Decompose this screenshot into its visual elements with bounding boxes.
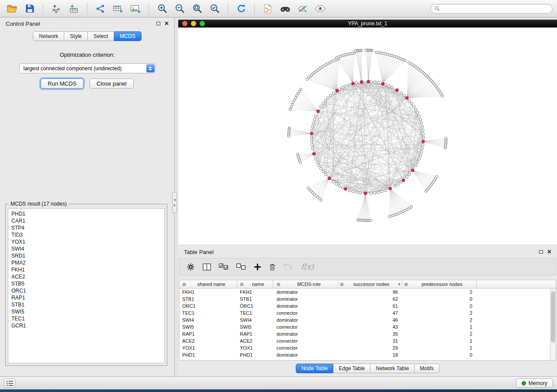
table-cell[interactable]: 1 bbox=[402, 324, 477, 330]
mcds-result-item[interactable]: SRD1 bbox=[11, 252, 161, 259]
search-input[interactable] bbox=[442, 6, 549, 12]
table-cell[interactable]: YOX1 bbox=[180, 345, 237, 351]
export-table-button[interactable] bbox=[110, 2, 126, 15]
table-row[interactable]: ACE2ACE2connector311 bbox=[180, 337, 556, 344]
table-cell[interactable]: 0 bbox=[402, 352, 477, 358]
table-cell[interactable]: RAP1 bbox=[237, 331, 273, 337]
table-cell[interactable]: PHD1 bbox=[180, 352, 237, 358]
table-row[interactable]: YOX1YOX1connector291 bbox=[180, 344, 556, 351]
table-cell[interactable]: 96 bbox=[338, 289, 402, 295]
table-cell[interactable]: 43 bbox=[338, 324, 402, 330]
scrollbar-thumb[interactable] bbox=[551, 291, 555, 343]
table-cell[interactable]: 18 bbox=[338, 352, 402, 358]
column-header-MCDS-role[interactable]: ▦MCDS role bbox=[273, 280, 338, 288]
table-cell[interactable]: FKH1 bbox=[237, 289, 273, 295]
float-panel-icon[interactable] bbox=[156, 22, 160, 25]
table-cell[interactable]: 0 bbox=[402, 296, 477, 302]
table-cell[interactable]: PHD1 bbox=[237, 352, 273, 358]
share-document-button[interactable] bbox=[260, 2, 276, 15]
tab-network[interactable]: Network bbox=[33, 31, 64, 41]
mcds-result-item[interactable]: ACE2 bbox=[11, 273, 161, 280]
import-network-button[interactable] bbox=[48, 2, 64, 15]
zoom-in-button[interactable] bbox=[154, 2, 170, 15]
table-cell[interactable]: dominator bbox=[273, 289, 338, 295]
tab-edge-table[interactable]: Edge Table bbox=[333, 364, 370, 373]
table-cell[interactable]: dominator bbox=[273, 317, 338, 323]
table-cell[interactable]: dominator bbox=[273, 352, 338, 358]
zoom-out-button[interactable] bbox=[172, 2, 187, 15]
mcds-result-item[interactable]: PMA2 bbox=[11, 259, 161, 266]
column-header-predecessor-nodes[interactable]: ▦predecessor nodes bbox=[402, 280, 477, 288]
export-network-button[interactable] bbox=[93, 2, 108, 15]
column-header-shared-name[interactable]: ▦shared name bbox=[180, 280, 237, 288]
mcds-result-item[interactable]: GCR1 bbox=[11, 322, 161, 329]
mcds-result-item[interactable]: CAR1 bbox=[11, 217, 161, 224]
network-graph[interactable] bbox=[178, 28, 557, 244]
binoculars-search-button[interactable] bbox=[277, 2, 293, 15]
table-cell[interactable]: dominator bbox=[273, 296, 338, 302]
table-cell[interactable]: 46 bbox=[338, 317, 402, 323]
close-panel-button[interactable]: Close panel bbox=[90, 79, 134, 89]
show-hide-button[interactable] bbox=[312, 2, 328, 15]
tab-mcds[interactable]: MCDS bbox=[114, 31, 141, 41]
table-row[interactable]: RAP1RAP1dominator352 bbox=[180, 330, 556, 337]
memory-button[interactable]: Memory bbox=[516, 378, 553, 388]
export-image-button[interactable] bbox=[128, 2, 143, 15]
table-cell[interactable]: TEC1 bbox=[237, 310, 273, 316]
refresh-view-button[interactable] bbox=[233, 2, 249, 15]
table-cell[interactable]: SWI5 bbox=[237, 324, 273, 330]
tab-network-table[interactable]: Network Table bbox=[370, 364, 415, 373]
tab-motifs[interactable]: Motifs bbox=[415, 364, 439, 373]
mcds-result-item[interactable]: STP4 bbox=[11, 224, 161, 231]
delete-table-button[interactable] bbox=[284, 263, 293, 270]
deselect-all-button[interactable] bbox=[236, 263, 246, 270]
network-canvas[interactable] bbox=[178, 28, 557, 244]
table-cell[interactable]: ORC1 bbox=[180, 303, 237, 309]
mcds-result-item[interactable]: TID3 bbox=[11, 231, 161, 238]
mcds-result-item[interactable]: TEC1 bbox=[11, 315, 161, 322]
table-row[interactable]: SWI4SWI4dominator462 bbox=[180, 316, 556, 323]
table-cell[interactable]: SWI4 bbox=[237, 317, 273, 323]
table-cell[interactable]: ORC1 bbox=[237, 303, 273, 309]
toggle-graphics-details-button[interactable] bbox=[295, 2, 311, 15]
table-row[interactable]: ORC1ORC1dominator610 bbox=[180, 303, 556, 309]
delete-columns-button[interactable] bbox=[269, 263, 276, 271]
run-mcds-button[interactable]: Run MCDS bbox=[41, 79, 83, 89]
table-cell[interactable]: connector bbox=[273, 338, 338, 344]
table-cell[interactable]: 31 bbox=[338, 338, 402, 344]
splitter-handle[interactable] bbox=[172, 192, 177, 213]
table-close-icon[interactable]: × bbox=[547, 248, 551, 255]
table-cell[interactable]: ACE2 bbox=[237, 338, 273, 344]
close-panel-icon[interactable]: × bbox=[165, 20, 169, 27]
table-cell[interactable]: dominator bbox=[273, 331, 338, 337]
table-cell[interactable]: 1 bbox=[402, 338, 477, 344]
table-cell[interactable]: STB1 bbox=[237, 296, 273, 302]
table-scrollbar[interactable] bbox=[550, 289, 556, 360]
mcds-result-item[interactable]: STB5 bbox=[11, 280, 161, 287]
table-float-icon[interactable] bbox=[539, 250, 543, 254]
tab-node-table[interactable]: Node Table bbox=[296, 364, 334, 373]
mcds-result-item[interactable]: STB1 bbox=[11, 301, 161, 308]
function-builder-button[interactable]: f(x) bbox=[301, 262, 314, 271]
table-cell[interactable]: 61 bbox=[338, 303, 402, 309]
mcds-result-list[interactable]: PHD1CAR1STP4TID3YOX1SWI4SRD1PMA2FKH1ACE2… bbox=[8, 208, 165, 363]
table-row[interactable]: PHD1PHD1dominator180 bbox=[180, 351, 556, 358]
table-cell[interactable]: FKH1 bbox=[180, 289, 237, 295]
table-cell[interactable]: 0 bbox=[402, 303, 477, 309]
table-cell[interactable]: 47 bbox=[338, 310, 402, 316]
table-cell[interactable]: 2 bbox=[402, 310, 477, 316]
table-cell[interactable]: connector bbox=[273, 345, 338, 351]
table-cell[interactable]: 35 bbox=[338, 331, 402, 337]
table-row[interactable]: FKH1FKH1dominator962 bbox=[180, 289, 556, 296]
show-panels-button[interactable] bbox=[4, 378, 15, 388]
table-options-button[interactable] bbox=[187, 263, 195, 271]
table-row[interactable]: STB1STB1dominator620 bbox=[180, 296, 556, 303]
mcds-result-item[interactable]: ORC1 bbox=[11, 287, 161, 294]
save-session-button[interactable] bbox=[22, 2, 38, 15]
table-cell[interactable]: 2 bbox=[402, 317, 477, 323]
table-cell[interactable]: RAP1 bbox=[180, 331, 237, 337]
table-cell[interactable]: 29 bbox=[338, 345, 402, 351]
table-row[interactable]: SWI5SWI5connector431 bbox=[180, 323, 556, 330]
mcds-result-item[interactable]: RAP1 bbox=[11, 294, 161, 301]
table-cell[interactable]: TEC1 bbox=[180, 310, 237, 316]
